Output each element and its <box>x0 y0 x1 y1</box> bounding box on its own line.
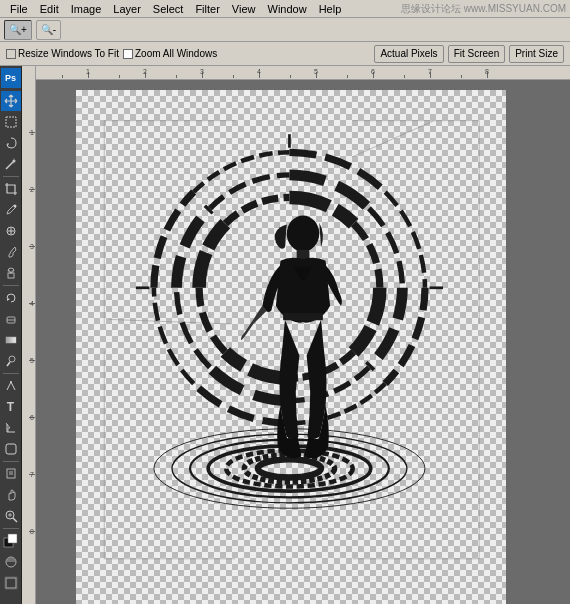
crop-icon <box>4 182 18 196</box>
menu-view[interactable]: View <box>226 2 262 16</box>
svg-line-11 <box>7 362 10 366</box>
rect-marquee-icon <box>4 115 18 129</box>
brush-icon <box>4 245 18 259</box>
menu-edit[interactable]: Edit <box>34 2 65 16</box>
move-tool[interactable] <box>1 91 21 111</box>
brush-tool[interactable] <box>1 242 21 262</box>
svg-rect-25 <box>5 577 17 589</box>
svg-rect-13 <box>6 444 16 454</box>
svg-point-12 <box>10 381 12 383</box>
watermark-text: 思缘设计论坛 www.MISSYUAN.COM <box>401 2 566 16</box>
zoom-in-button[interactable]: 🔍+ <box>4 20 32 40</box>
pen-tool[interactable] <box>1 376 21 396</box>
ps-logo: Ps <box>1 68 21 88</box>
zoom-all-label: Zoom All Windows <box>135 48 217 59</box>
eyedropper-icon <box>4 203 18 217</box>
print-size-button[interactable]: Print Size <box>509 45 564 63</box>
quick-mask[interactable] <box>1 552 21 572</box>
move-icon <box>4 94 18 108</box>
canvas-area[interactable]: 1 2 3 4 5 6 7 8 <box>22 66 570 604</box>
svg-line-1 <box>6 161 14 169</box>
menu-window[interactable]: Window <box>262 2 313 16</box>
svg-line-35 <box>109 319 231 324</box>
history-brush-tool[interactable] <box>1 288 21 308</box>
shape-icon <box>4 442 18 456</box>
menu-help[interactable]: Help <box>313 2 348 16</box>
foreground-color-icon <box>3 533 19 549</box>
notes-tool[interactable] <box>1 464 21 484</box>
healing-brush-tool[interactable] <box>1 221 21 241</box>
hand-tool[interactable] <box>1 485 21 505</box>
left-toolbar: Ps <box>0 66 22 604</box>
menu-layer[interactable]: Layer <box>107 2 147 16</box>
menu-image[interactable]: Image <box>65 2 108 16</box>
svg-line-34 <box>353 121 434 157</box>
eraser-tool[interactable] <box>1 309 21 329</box>
shape-tool[interactable] <box>1 439 21 459</box>
zoom-out-button[interactable]: 🔍- <box>36 20 61 40</box>
resize-windows-wrap[interactable]: Resize Windows To Fit <box>6 48 119 59</box>
svg-rect-49 <box>283 313 323 320</box>
clone-stamp-icon <box>4 266 18 280</box>
resize-windows-checkbox[interactable] <box>6 49 16 59</box>
zoom-all-checkbox[interactable] <box>123 49 133 59</box>
toolbar: 🔍+ 🔍- <box>0 18 570 42</box>
svg-rect-6 <box>8 273 14 278</box>
svg-rect-14 <box>7 469 15 478</box>
actual-pixels-button[interactable]: Actual Pixels <box>374 45 443 63</box>
magic-wand-tool[interactable] <box>1 154 21 174</box>
clone-stamp-tool[interactable] <box>1 263 21 283</box>
dodge-icon <box>4 354 18 368</box>
rect-marquee-tool[interactable] <box>1 112 21 132</box>
crop-tool[interactable] <box>1 179 21 199</box>
quick-mask-icon <box>4 555 18 569</box>
menu-filter[interactable]: Filter <box>189 2 225 16</box>
svg-point-47 <box>287 216 320 252</box>
fit-screen-button[interactable]: Fit Screen <box>448 45 506 63</box>
ruler-left: 1 2 3 4 5 6 7 8 <box>22 66 36 604</box>
foreground-color[interactable] <box>1 531 21 551</box>
history-brush-icon <box>4 291 18 305</box>
main-area: Ps <box>0 66 570 604</box>
dodge-tool[interactable] <box>1 351 21 371</box>
svg-line-18 <box>13 518 17 522</box>
menu-file[interactable]: File <box>4 2 34 16</box>
svg-rect-9 <box>6 337 16 343</box>
gradient-tool[interactable] <box>1 330 21 350</box>
svg-point-10 <box>9 356 15 362</box>
type-icon: T <box>7 400 14 414</box>
screen-mode[interactable] <box>1 573 21 593</box>
zoom-tool[interactable] <box>1 506 21 526</box>
eyedropper-tool[interactable] <box>1 200 21 220</box>
screen-mode-icon <box>4 576 18 590</box>
lasso-tool[interactable] <box>1 133 21 153</box>
path-select-icon <box>4 421 18 435</box>
gradient-icon <box>4 333 18 347</box>
zoom-icon <box>4 509 18 523</box>
ruler-top: 1 2 3 4 5 6 7 8 <box>22 66 570 80</box>
options-bar: Resize Windows To Fit Zoom All Windows A… <box>0 42 570 66</box>
notes-icon <box>4 467 18 481</box>
type-tool[interactable]: T <box>1 397 21 417</box>
svg-point-2 <box>13 205 16 208</box>
svg-point-46 <box>258 459 321 477</box>
path-select-tool[interactable] <box>1 418 21 438</box>
menu-select[interactable]: Select <box>147 2 190 16</box>
eraser-icon <box>4 312 18 326</box>
svg-rect-24 <box>6 578 16 588</box>
pen-icon <box>4 379 18 393</box>
zoom-in-icon: 🔍+ <box>9 24 27 35</box>
svg-rect-0 <box>6 117 16 127</box>
magic-wand-icon <box>4 157 18 171</box>
zoom-all-wrap[interactable]: Zoom All Windows <box>123 48 217 59</box>
canvas-content <box>36 80 570 604</box>
lasso-icon <box>4 136 18 150</box>
healing-icon <box>4 224 18 238</box>
artwork-svg <box>36 80 570 604</box>
svg-rect-22 <box>8 534 17 543</box>
hand-icon <box>4 488 18 502</box>
menu-bar: File Edit Image Layer Select Filter View… <box>0 0 570 18</box>
zoom-out-icon: 🔍- <box>41 24 56 35</box>
resize-windows-label: Resize Windows To Fit <box>18 48 119 59</box>
